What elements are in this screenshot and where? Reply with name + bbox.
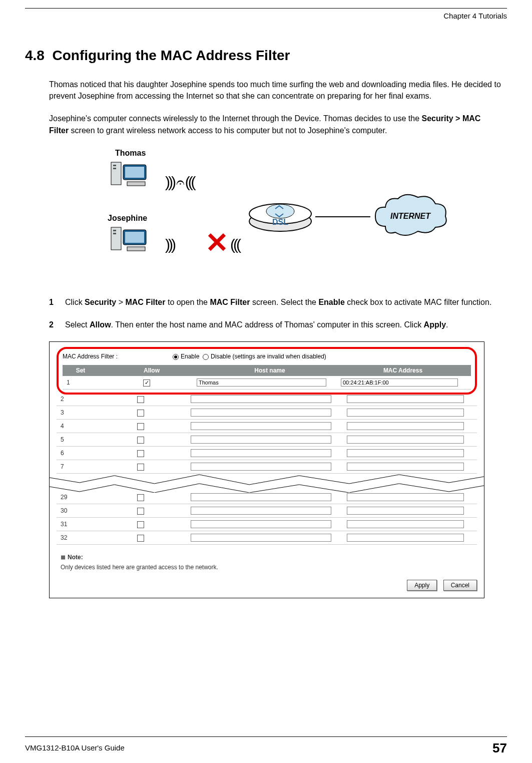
allow-checkbox[interactable] xyxy=(137,464,144,471)
hostname-input[interactable] xyxy=(191,534,331,542)
allow-checkbox[interactable] xyxy=(137,535,144,542)
wifi-waves-icon: ))) 𝄐 ((( xyxy=(165,174,194,191)
step-number: 2 xyxy=(49,319,65,330)
svg-text:DSL: DSL xyxy=(272,218,288,226)
allow-checkbox[interactable] xyxy=(137,450,144,457)
footer-guide: VMG1312-B10A User's Guide xyxy=(25,743,125,752)
hostname-input[interactable] xyxy=(191,463,331,471)
thomas-label: Thomas xyxy=(115,149,146,158)
allow-checkbox[interactable] xyxy=(143,379,150,387)
enable-radio[interactable]: Enable xyxy=(173,353,199,360)
mac-input[interactable] xyxy=(347,534,464,542)
internet-cloud-icon: INTERNET xyxy=(370,191,450,243)
josephine-label: Josephine xyxy=(108,214,147,223)
blocked-x-icon: ✕ xyxy=(205,226,229,259)
paragraph-2: Josephine's computer connects wirelessly… xyxy=(49,113,502,136)
col-host: Host name xyxy=(205,365,335,376)
hostname-input[interactable] xyxy=(191,507,331,515)
svg-rect-5 xyxy=(127,182,145,186)
svg-rect-11 xyxy=(127,247,145,251)
network-diagram: Thomas ))) 𝄐 ((( Josephine ))) ✕ ((( DSL… xyxy=(80,149,507,279)
page-tear xyxy=(50,472,484,493)
section-title: Configuring the MAC Address Filter xyxy=(53,48,290,63)
mac-input[interactable] xyxy=(347,409,464,417)
cell-set: 31 xyxy=(57,521,91,528)
svg-rect-2 xyxy=(113,168,116,169)
cancel-button[interactable]: Cancel xyxy=(443,580,477,591)
hostname-input[interactable] xyxy=(191,449,331,457)
header-chapter: Chapter 4 Tutorials xyxy=(25,12,507,20)
cell-set: 6 xyxy=(57,450,91,457)
allow-checkbox[interactable] xyxy=(137,410,144,417)
table-row: 1 xyxy=(63,376,471,390)
mac-input[interactable] xyxy=(347,463,464,471)
mac-input[interactable] xyxy=(347,449,464,457)
mac-input[interactable] xyxy=(347,493,464,501)
mac-input[interactable] xyxy=(347,422,464,430)
hostname-input[interactable] xyxy=(197,378,326,387)
svg-rect-4 xyxy=(125,167,144,178)
step-1: 1 Click Security > MAC Filter to open th… xyxy=(49,296,507,308)
step-number: 1 xyxy=(49,296,65,308)
pc-icon-thomas xyxy=(110,160,150,190)
pc-icon-josephine xyxy=(110,225,150,255)
table-row: 32 xyxy=(57,531,477,545)
connection-line xyxy=(315,216,370,217)
mac-filter-screenshot: MAC Address Filter : Enable Disable (set… xyxy=(49,341,484,598)
svg-rect-8 xyxy=(113,233,116,234)
table-row: 5 xyxy=(57,433,477,447)
hostname-input[interactable] xyxy=(191,520,331,528)
mac-input[interactable] xyxy=(347,395,464,403)
mac-input[interactable] xyxy=(341,378,458,387)
table-row: 4 xyxy=(57,420,477,433)
hostname-input[interactable] xyxy=(191,436,331,444)
paragraph-1: Thomas noticed that his daughter Josephi… xyxy=(49,79,502,102)
svg-text:INTERNET: INTERNET xyxy=(390,212,431,220)
svg-rect-7 xyxy=(113,230,116,231)
cell-set: 1 xyxy=(63,379,97,386)
note-body: Only devices listed here are granted acc… xyxy=(61,564,473,571)
step-list: 1 Click Security > MAC Filter to open th… xyxy=(49,296,507,330)
mac-input[interactable] xyxy=(347,520,464,528)
col-mac: MAC Address xyxy=(335,365,471,376)
allow-checkbox[interactable] xyxy=(137,508,144,515)
apply-button[interactable]: Apply xyxy=(407,580,437,591)
cell-set: 4 xyxy=(57,423,91,430)
section-number: 4.8 xyxy=(25,48,45,63)
cell-set: 7 xyxy=(57,463,91,470)
table-row: 30 xyxy=(57,504,477,518)
col-set: Set xyxy=(63,365,99,376)
mac-input[interactable] xyxy=(347,436,464,444)
hostname-input[interactable] xyxy=(191,422,331,430)
table-row: 2 xyxy=(57,393,477,406)
wifi-waves-icon: ))) xyxy=(165,236,174,253)
dsl-router-icon: DSL xyxy=(245,199,315,234)
allow-checkbox[interactable] xyxy=(137,437,144,444)
cell-set: 29 xyxy=(57,494,91,501)
mac-input[interactable] xyxy=(347,507,464,515)
table-row: 3 xyxy=(57,406,477,420)
cell-set: 3 xyxy=(57,409,91,416)
wifi-waves-icon: ((( xyxy=(230,236,239,253)
note-icon: ≣ xyxy=(61,554,66,561)
table-row: 31 xyxy=(57,518,477,531)
table-header: Set Allow Host name MAC Address xyxy=(63,365,471,376)
col-allow: Allow xyxy=(99,365,205,376)
hostname-input[interactable] xyxy=(191,395,331,403)
allow-checkbox[interactable] xyxy=(137,423,144,430)
disable-radio[interactable]: Disable (settings are invalid when disab… xyxy=(203,353,326,360)
allow-checkbox[interactable] xyxy=(137,494,144,501)
allow-checkbox[interactable] xyxy=(137,396,144,403)
step-2: 2 Select Allow. Then enter the host name… xyxy=(49,319,507,330)
cell-set: 5 xyxy=(57,436,91,443)
hostname-input[interactable] xyxy=(191,409,331,417)
cell-set: 2 xyxy=(57,396,91,403)
cell-set: 30 xyxy=(57,507,91,514)
table-row: 6 xyxy=(57,447,477,460)
hostname-input[interactable] xyxy=(191,493,331,501)
table-row: 29 xyxy=(57,491,477,504)
cell-set: 32 xyxy=(57,534,91,541)
allow-checkbox[interactable] xyxy=(137,521,144,528)
footer-page: 57 xyxy=(492,740,507,756)
mac-filter-label: MAC Address Filter : xyxy=(63,353,173,360)
